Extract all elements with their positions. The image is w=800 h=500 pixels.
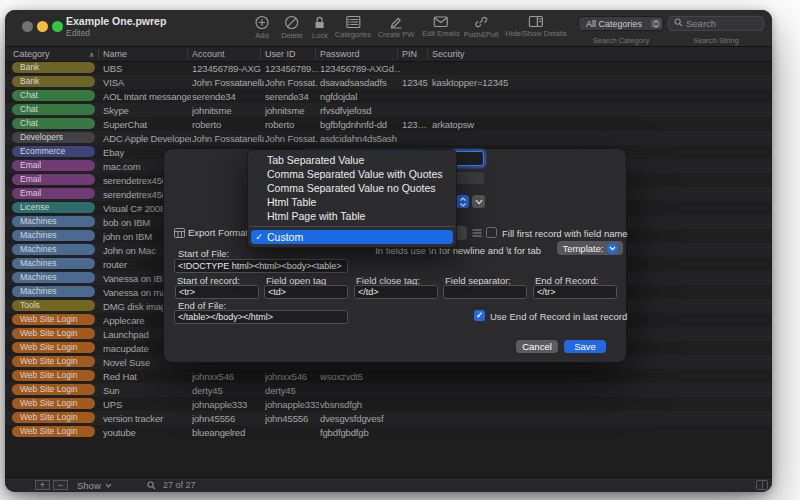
fill-first-record-checkbox[interactable] <box>486 227 497 238</box>
category-badge: Tools <box>12 300 95 311</box>
column-header-pin[interactable]: PIN <box>402 49 417 59</box>
menu-item-custom[interactable]: ✓ Custom <box>251 230 453 244</box>
format-stepper-button[interactable] <box>456 195 469 208</box>
cell-password: dsavadsasdadfs <box>320 77 400 88</box>
start-of-file-input[interactable] <box>174 259 348 273</box>
column-header-password[interactable]: Password <box>320 49 360 59</box>
column-header-account[interactable]: Account <box>192 49 225 59</box>
column-header-security[interactable]: Security <box>432 49 465 59</box>
column-header-name[interactable]: Name <box>103 49 127 59</box>
category-badge: Web Site Login <box>12 384 95 395</box>
category-badge: Machines <box>12 258 95 269</box>
toolbar-button-delete[interactable]: Delete <box>281 15 303 40</box>
table-row[interactable]: BankVISAJohn FossatanellaroJohn Fossat…d… <box>5 75 772 89</box>
cell-user-id: johnapple333 <box>265 399 319 410</box>
cell-account: john45556 <box>192 413 264 424</box>
record-field-input-start-of-record-[interactable] <box>175 285 259 299</box>
filter-search-icon <box>147 481 156 490</box>
plus-circle-icon <box>255 15 270 30</box>
save-button[interactable]: Save <box>564 340 606 353</box>
show-popup[interactable]: Show <box>77 479 112 491</box>
column-header-user-id[interactable]: User ID <box>265 49 296 59</box>
title-bar: Example One.pwrep Edited AddDeleteLockCa… <box>5 10 772 46</box>
record-field-input-field-close-tag-[interactable] <box>354 285 438 299</box>
start-of-file-label: Start of File: <box>178 248 229 259</box>
use-end-of-record-label: Use End of Record in last record <box>490 311 627 322</box>
toolbar-button-push-pull[interactable]: Push&Pull <box>464 15 499 39</box>
cell-user-id: johnitsme <box>265 105 319 116</box>
record-field-input-field-open-tag[interactable] <box>264 285 348 299</box>
cell-user-id: serende34 <box>265 91 319 102</box>
zoom-window-button[interactable] <box>52 21 63 32</box>
table-row[interactable]: DevelopersADC Apple Developer CJohn Foss… <box>5 131 772 145</box>
close-window-button[interactable] <box>22 21 33 32</box>
resize-grip[interactable] <box>756 480 768 490</box>
column-header-category[interactable]: Category <box>13 49 50 59</box>
cell-account: serende34 <box>192 91 264 102</box>
cell-account: derty45 <box>192 385 264 396</box>
column-separator <box>187 49 188 59</box>
menu-item[interactable]: Comma Separated Value no Quotes <box>248 181 456 195</box>
cell-password: ngfdojdal <box>320 91 400 102</box>
category-badge: Chat <box>12 104 95 115</box>
table-row[interactable]: Web Site LoginSunderty45derty45 <box>5 383 772 397</box>
table-row[interactable]: Web Site Loginyoutubeblueangelredfgbdfgb… <box>5 425 772 439</box>
reorder-fields-icon[interactable] <box>472 229 482 237</box>
toolbar-button-categories[interactable]: Categories <box>335 15 371 39</box>
table-header[interactable]: CategoryNameAccountUser IDPasswordPINSec… <box>5 46 772 62</box>
menu-item[interactable]: Html Table <box>248 195 456 209</box>
category-badge: Machines <box>12 216 95 227</box>
cell-security: arkatopsw <box>432 119 632 130</box>
end-of-file-input[interactable] <box>174 310 348 324</box>
category-badge: Bank <box>12 76 95 87</box>
toolbar-button-add[interactable]: Add <box>255 15 270 40</box>
window-state: Edited <box>66 28 90 38</box>
table-row[interactable]: ChatAOL Intant messangerserende34serende… <box>5 89 772 103</box>
table-row[interactable]: ChatSkypejohnitsmejohnitsmerfvsdfvjefosd <box>5 103 772 117</box>
record-field-input-field-separator-[interactable] <box>443 285 527 299</box>
template-button-label: Template: <box>562 243 603 254</box>
cell-name: UPS <box>103 399 191 410</box>
cell-account: johnitsme <box>192 105 264 116</box>
cell-account: John Fossatanellaro <box>192 133 264 144</box>
cancel-button[interactable]: Cancel <box>516 340 558 353</box>
show-label: Show <box>77 480 101 491</box>
record-count: 27 of 27 <box>163 480 196 490</box>
envelope-icon <box>433 15 448 28</box>
add-record-button[interactable]: + <box>35 480 50 490</box>
cell-user-id: John Fossat… <box>265 133 319 144</box>
sidebar-icon <box>529 15 544 28</box>
cell-name: version tracker <box>103 413 191 424</box>
menu-item[interactable]: Comma Separated Value with Quotes <box>248 167 456 181</box>
disclosure-button[interactable] <box>472 195 485 208</box>
search-category-popup[interactable]: All Categories <box>578 16 664 31</box>
menu-item[interactable]: Tab Separated Value <box>248 153 456 167</box>
toolbar-button-hide-show-details[interactable]: Hide/Show Details <box>505 15 566 38</box>
updown-chevrons-icon <box>459 197 467 207</box>
table-row[interactable]: ChatSuperChatrobertorobertobgfbfgdnhnfd-… <box>5 117 772 131</box>
table-row[interactable]: Web Site Loginversion trackerjohn45556jo… <box>5 411 772 425</box>
chevron-down-icon <box>475 199 483 205</box>
menu-item[interactable]: Html Page with Table <box>248 209 456 223</box>
cell-user-id: 123456789… <box>265 63 319 74</box>
toolbar-button-edit-emails[interactable]: Edit Emails <box>422 15 460 38</box>
category-badge: Ecommerce <box>12 146 95 157</box>
toolbar-button-lock[interactable]: Lock <box>312 15 328 40</box>
column-separator <box>98 49 99 59</box>
template-button[interactable]: Template: <box>557 241 623 255</box>
table-row[interactable]: Web Site LoginRed Hatjohnxx546johnxx546w… <box>5 369 772 383</box>
menu-item-label: Custom <box>267 231 303 243</box>
use-end-of-record-checkbox[interactable]: ✓ <box>474 310 485 321</box>
category-badge: Web Site Login <box>12 314 95 325</box>
cell-user-id: John Fossat… <box>265 77 319 88</box>
toolbar-button-create-pw[interactable]: Create PW <box>378 15 415 39</box>
minimize-window-button[interactable] <box>37 21 48 32</box>
record-field-input-end-of-record-[interactable] <box>533 285 617 299</box>
remove-record-button[interactable]: − <box>53 480 68 490</box>
category-badge: Web Site Login <box>12 328 95 339</box>
link-icon <box>473 15 488 29</box>
table-row[interactable]: Web Site LoginUPSjohnapple333johnapple33… <box>5 397 772 411</box>
cell-user-id: johnxx546 <box>265 371 319 382</box>
table-row[interactable]: BankUBS123456789-AXG123456789…123456789-… <box>5 61 772 75</box>
search-input[interactable]: Search <box>668 16 764 31</box>
